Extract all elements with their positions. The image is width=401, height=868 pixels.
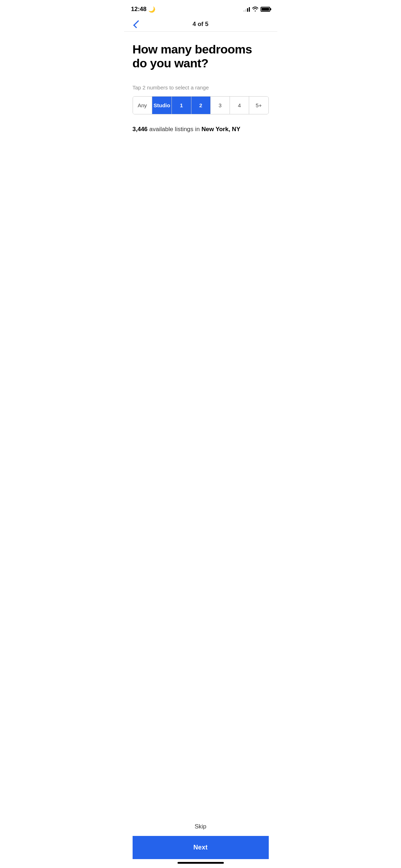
bedroom-option-any[interactable]: Any [133,97,152,114]
bedroom-option-1[interactable]: 1 [172,97,191,114]
status-time: 12:48 🌙 [131,6,155,13]
listing-count-text: 3,446 available listings in New York, NY [133,125,269,134]
next-button[interactable]: Next [133,836,269,859]
listing-number: 3,446 [133,126,148,133]
back-chevron-icon [133,20,141,29]
back-button[interactable] [131,19,141,30]
main-content: How many bedrooms do you want? Tap 2 num… [124,32,277,812]
time-text: 12:48 [131,6,146,13]
battery-icon [261,7,270,12]
page-title: How many bedrooms do you want? [133,42,269,70]
status-bar: 12:48 🌙 [124,0,277,17]
nav-bar: 4 of 5 [124,17,277,32]
bedroom-option-5plus[interactable]: 5+ [249,97,268,114]
listing-location: New York, NY [201,126,240,133]
status-icons [243,6,270,12]
home-bar [178,862,224,864]
skip-button[interactable]: Skip [180,817,221,836]
home-indicator [124,859,277,868]
bedroom-option-studio[interactable]: Studio [152,97,172,114]
moon-icon: 🌙 [148,6,155,13]
range-hint: Tap 2 numbers to select a range [133,84,269,91]
bedroom-option-4[interactable]: 4 [230,97,249,114]
bedroom-selector: Any Studio 1 2 3 4 5+ [133,96,269,114]
bottom-area: Skip Next [124,812,277,859]
bedroom-option-2[interactable]: 2 [191,97,211,114]
bedroom-option-3[interactable]: 3 [211,97,230,114]
step-indicator: 4 of 5 [192,21,208,28]
wifi-icon [252,6,258,12]
listing-label: available listings in [149,126,200,133]
signal-icon [243,7,250,12]
